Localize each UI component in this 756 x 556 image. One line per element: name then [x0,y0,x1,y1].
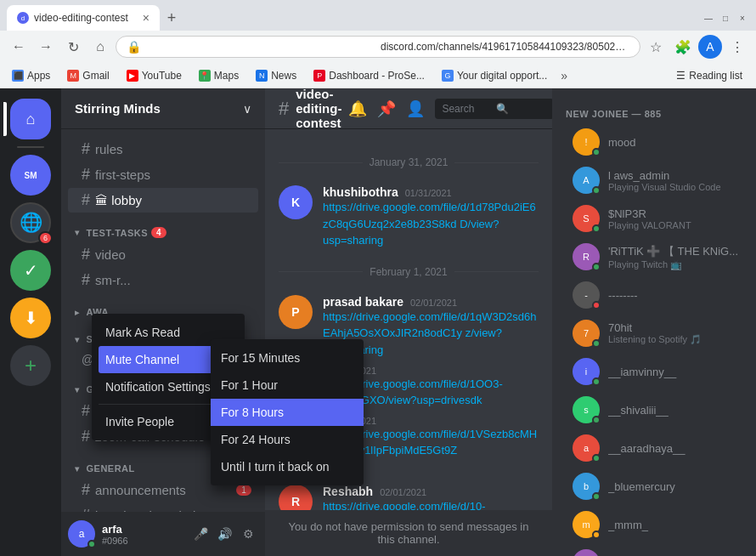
menu-button[interactable]: ⋮ [725,35,749,59]
channel-learning[interactable]: # learning--knowledge--re... [68,503,258,512]
channel-lobby[interactable]: # 🏛 lobby [68,188,258,213]
mute-microphone-button[interactable]: 🎤 [190,524,211,544]
submenu-for-1-hour[interactable]: For 1 Hour [211,372,364,399]
mute-channel-label: Mute Channel [105,353,179,366]
member-name-mmm: _mmm_ [608,519,742,531]
channel-rules[interactable]: # rules [68,137,258,162]
status-dashes [592,301,601,309]
bookmark-news[interactable]: N News [251,68,302,83]
active-tab[interactable]: d video-editing-contest × [7,5,160,31]
channel-video[interactable]: # video [68,242,258,267]
member-name-aws-admin: l aws_admin [608,169,742,182]
bookmark-maps[interactable]: 📍 Maps [194,68,244,83]
member-info-shivaliii: __shivaliii__ [608,404,742,417]
avatar-khushibothra: K [279,185,313,219]
submenu-for-24-hours[interactable]: For 24 Hours [211,426,364,453]
notification-settings-label: Notification Settings [105,380,211,394]
pin-icon[interactable]: 📌 [377,99,396,118]
user-settings-button[interactable]: ⚙ [238,524,258,544]
member-70hit[interactable]: 7 70hit Listening to Spotify 🎵 [559,315,749,352]
member-bluemercury[interactable]: b _bluemercury [559,468,749,505]
more-bookmarks-button[interactable]: » [561,69,567,82]
member-list-icon[interactable]: 👤 [406,99,425,118]
deafen-button[interactable]: 🔊 [214,524,234,544]
channel-hash-icon: # [82,140,90,158]
tab-close-button[interactable]: × [143,11,150,25]
submenu-until-turn-off[interactable]: Until I turn it back on [211,453,364,480]
new-tab-button[interactable]: + [160,6,183,30]
youtube-favicon: ▶ [127,70,138,82]
status-snip3r [592,224,601,233]
member-rittik[interactable]: R 'RiTTiK ➕ 【 THE KNiG... Playing Twitch… [559,238,749,275]
search-box[interactable]: Search 🔍 [435,99,552,119]
home-button[interactable]: ⌂ [88,35,112,59]
category-test-tasks[interactable]: ▾ test-tasks 4 [61,213,265,241]
refresh-button[interactable]: ↻ [61,35,85,59]
member-iamvinny[interactable]: i __iamvinny__ [559,353,749,390]
reading-list-button[interactable]: ☰ Reading list [669,68,749,83]
username-reshabh: Reshabh [323,485,373,498]
mute-submenu: For 15 Minutes For 1 Hour For 8 Hours Fo… [211,339,364,485]
date-divider-feb1: February 1, 2021 [279,266,539,278]
home-server-icon[interactable]: ⌂ [10,99,51,139]
member-vinayak182[interactable]: v _vinayak182 [559,544,749,556]
submenu-for-15-minutes[interactable]: For 15 Minutes [211,344,364,372]
member-aaradhaya[interactable]: a __aaradhaya__ [559,429,749,467]
channel-sm-r[interactable]: # sm-r... [68,268,258,292]
member-mmm[interactable]: m _mmm_ [559,506,749,543]
user-avatar[interactable]: a [68,520,95,547]
avatar-aws-admin: A [573,167,600,194]
channel-header-name: video-editing-contest [296,88,341,130]
bookmark-star-button[interactable]: ☆ [644,35,668,59]
msg-link-reshabh[interactable]: https://drive.google.com/file/d/10-2l7JG… [323,500,537,510]
member-name-snip3r: $NlP3R [608,207,742,220]
minimize-button[interactable]: — [702,11,715,25]
submenu-for-8-hours[interactable]: For 8 Hours [211,399,364,426]
add-server-button[interactable]: + [10,345,51,386]
stirring-minds-server-icon[interactable]: SM [10,155,51,196]
bookmark-google-label: Your digital opport... [457,70,547,82]
member-name-dashes: -------- [608,289,742,302]
server-name: Stirring Minds [75,101,161,116]
close-button[interactable]: × [736,11,749,25]
channel-first-steps[interactable]: # first-steps [68,162,258,187]
main-content: # video-editing-contest 🔔 📌 👤 Search 🔍 📥… [265,88,552,556]
server-4-wrapper: ⬇ [10,298,51,338]
server-3-icon[interactable]: ✓ [10,250,51,291]
bookmark-google[interactable]: G Your digital opport... [437,68,552,83]
forward-button[interactable]: → [34,35,58,59]
member-info-mood: mood [608,136,742,149]
bookmark-youtube[interactable]: ▶ YouTube [121,68,187,83]
tab-title: video-editing-contest [34,12,138,24]
extensions-button[interactable]: 🧩 [671,35,695,59]
member-dashes[interactable]: - -------- [559,276,749,314]
avatar-reshabh: R [279,485,313,510]
msg-link-khushibothra[interactable]: https://drive.google.com/file/d/1d78Pdu2… [323,201,536,247]
status-rittik [592,263,601,271]
msg-text-khushibothra: https://drive.google.com/file/d/1d78Pdu2… [323,199,539,249]
channel-header-actions: 🔔 📌 👤 Search 🔍 📥 ❓ [348,99,552,119]
avatar-mood: ! [573,128,600,156]
status-aws-admin [592,186,601,195]
member-aws-admin[interactable]: A l aws_admin Playing Visual Studio Code [559,162,749,199]
member-mood[interactable]: ! mood [559,123,749,161]
bookmark-apps[interactable]: ⬛ Apps [7,68,55,83]
avatar-shivaliii: s [573,396,600,423]
browser-controls: ← → ↻ ⌂ 🔒 discord.com/channels/419617105… [0,31,756,63]
server-header[interactable]: Stirring Minds ∨ [61,88,265,129]
bookmark-maps-label: Maps [214,70,239,82]
bookmark-gmail[interactable]: M Gmail [62,68,114,83]
member-snip3r[interactable]: S $NlP3R Playing VALORANT [559,200,749,237]
member-shivaliii[interactable]: s __shivaliii__ [559,391,749,428]
stirring-minds-wrapper: SM [10,155,51,196]
member-info-rittik: 'RiTTiK ➕ 【 THE KNiG... Playing Twitch 📺 [608,244,742,270]
profile-button[interactable]: A [698,35,722,59]
channel-hash-icon: # [82,166,90,184]
address-bar[interactable]: 🔒 discord.com/channels/41961710584410932… [116,36,640,58]
address-text: discord.com/channels/419617105844109323/… [381,41,629,53]
server-4-icon[interactable]: ⬇ [10,298,51,338]
notification-bell-icon[interactable]: 🔔 [348,99,367,118]
back-button[interactable]: ← [7,35,31,59]
bookmark-dashboard[interactable]: P Dashboard - ProSe... [308,68,430,83]
maximize-button[interactable]: □ [719,11,732,25]
